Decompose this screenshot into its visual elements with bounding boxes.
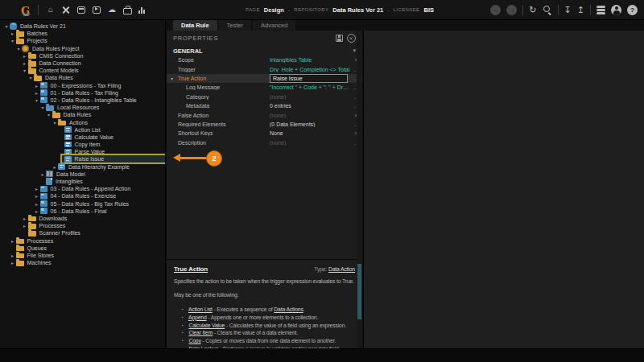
tree-item[interactable]: Scanner Profiles bbox=[0, 229, 165, 237]
expand-arrow-icon[interactable] bbox=[22, 53, 28, 59]
tree-item[interactable]: File Stores bbox=[0, 252, 165, 259]
property-value[interactable]: (none) bbox=[270, 94, 351, 100]
save-icon[interactable] bbox=[336, 35, 343, 42]
help-inline-link[interactable]: Data Actions bbox=[274, 306, 303, 312]
property-row[interactable]: ▾ False Action (none) bbox=[167, 110, 362, 119]
search-icon[interactable] bbox=[543, 5, 552, 14]
tree-item[interactable]: Data Model bbox=[0, 171, 165, 178]
expand-arrow-icon[interactable] bbox=[22, 216, 28, 221]
expand-arrow-icon[interactable] bbox=[10, 238, 16, 244]
expand-arrow-icon[interactable] bbox=[3, 23, 10, 29]
toolbox-icon[interactable] bbox=[123, 8, 132, 14]
scrollbar-thumb[interactable] bbox=[357, 264, 361, 319]
tree-item[interactable]: Action List bbox=[0, 126, 165, 134]
user-icon[interactable] bbox=[611, 5, 621, 15]
property-value[interactable]: (none) bbox=[270, 140, 351, 146]
expand-arrow-icon[interactable] bbox=[22, 223, 28, 228]
expand-arrow-icon[interactable] bbox=[27, 75, 34, 80]
tree-item[interactable]: 06 - Data Rules - Final bbox=[0, 208, 165, 215]
help-term-link[interactable]: Calculate Value bbox=[188, 323, 225, 328]
property-value[interactable]: Intangibles Table bbox=[270, 57, 351, 63]
expand-arrow-icon[interactable] bbox=[22, 68, 28, 73]
tree-item[interactable]: 04 - Data Rules - Exercise bbox=[0, 192, 165, 200]
property-row[interactable]: ▾ Scope Intangibles Table bbox=[167, 56, 362, 64]
back-icon[interactable]: ← bbox=[490, 5, 501, 15]
property-value[interactable]: Dry_Hole + Completion <> Total bbox=[270, 67, 351, 72]
tree-item[interactable]: Machines bbox=[0, 259, 165, 266]
property-value[interactable]: (0 Data Elements) bbox=[270, 121, 351, 127]
property-group-general[interactable]: GENERAL ▾ bbox=[167, 46, 362, 56]
tree-item[interactable]: Projects bbox=[0, 37, 165, 44]
tree-item[interactable]: CMIS Connection bbox=[0, 52, 165, 60]
tree-item[interactable]: Content Models bbox=[0, 67, 165, 74]
vertical-scrollbar[interactable] bbox=[357, 31, 361, 348]
tree-item[interactable]: Data Connection bbox=[0, 60, 165, 67]
expand-arrow-icon[interactable] bbox=[10, 31, 16, 36]
property-row[interactable]: ▾ Trigger Dry_Hole + Completion <> Total bbox=[167, 64, 362, 73]
property-value[interactable]: Raise Issue bbox=[270, 74, 351, 84]
review-icon[interactable] bbox=[93, 6, 101, 14]
help-term-link[interactable]: Append bbox=[188, 315, 207, 320]
export-icon[interactable]: ↥ bbox=[577, 5, 584, 15]
page-value[interactable]: Design bbox=[264, 6, 284, 14]
expand-arrow-icon[interactable] bbox=[34, 201, 40, 207]
help-icon[interactable]: ? bbox=[627, 5, 638, 15]
tree-item[interactable]: Downloads bbox=[0, 215, 165, 222]
tree-item[interactable]: Data Rules Project bbox=[0, 45, 165, 52]
help-term-link[interactable]: Copy bbox=[188, 338, 200, 343]
expand-arrow-icon[interactable] bbox=[22, 60, 28, 66]
expand-arrow-icon[interactable] bbox=[34, 186, 40, 191]
tree-item[interactable]: 01 - Data Rules - Tax Filing bbox=[0, 89, 165, 97]
tree-item[interactable]: Calculate Value bbox=[0, 134, 165, 141]
batches-icon[interactable] bbox=[77, 6, 85, 14]
expand-arrow-icon[interactable] bbox=[10, 253, 16, 258]
tree-item[interactable]: Data Hierarchy Example bbox=[0, 163, 165, 171]
tree-item[interactable]: 00 - Expressions - Tax Filing bbox=[0, 82, 165, 89]
property-value[interactable]: "Incorrect " + Code + ": " + Dry_Hole.To… bbox=[270, 84, 351, 90]
cloud-upload-icon[interactable]: ☁ bbox=[107, 5, 117, 15]
forward-icon[interactable]: → bbox=[506, 5, 517, 15]
stats-icon[interactable] bbox=[138, 6, 146, 14]
database-icon[interactable] bbox=[597, 6, 605, 14]
tree-item[interactable]: 03 - Data Rules - Append Action bbox=[0, 185, 165, 192]
type-link[interactable]: Data Action bbox=[328, 266, 355, 272]
expand-arrow-icon[interactable] bbox=[10, 260, 16, 265]
expand-arrow-icon[interactable] bbox=[46, 112, 52, 117]
expand-arrow-icon[interactable] bbox=[52, 164, 58, 170]
tree-item[interactable]: Data Rules bbox=[0, 111, 165, 118]
home-icon[interactable]: ⌂ bbox=[46, 5, 56, 15]
expand-arrow-icon[interactable] bbox=[39, 105, 46, 110]
help-term-link[interactable]: Data Lookup bbox=[188, 346, 218, 348]
close-icon[interactable]: × bbox=[347, 34, 356, 43]
property-value[interactable]: 0 entries bbox=[270, 103, 351, 109]
help-term-link[interactable]: Clear Item bbox=[188, 330, 213, 335]
tree-item[interactable]: Local Resources bbox=[0, 104, 165, 111]
refresh-icon[interactable]: ↻ bbox=[529, 5, 536, 15]
expand-arrow-icon[interactable] bbox=[34, 208, 40, 214]
expand-arrow-icon[interactable] bbox=[34, 90, 40, 96]
import-icon[interactable]: ↧ bbox=[564, 5, 572, 15]
property-row[interactable]: ▾ Shortcut Keys None bbox=[167, 129, 362, 138]
tree-item[interactable]: Processes bbox=[0, 222, 165, 229]
tree-item[interactable]: 02 - Data Rules - Intangibles Table bbox=[0, 97, 165, 104]
tree-item[interactable]: Queues bbox=[0, 245, 165, 252]
tree-item[interactable]: Intangibles bbox=[0, 178, 165, 185]
tree-item[interactable]: Data Rules Ver 21 bbox=[0, 23, 165, 30]
expand-arrow-icon[interactable] bbox=[34, 83, 40, 88]
app-logo[interactable]: G bbox=[21, 3, 32, 17]
expand-arrow-icon[interactable] bbox=[34, 193, 40, 199]
property-row[interactable]: ▾ Description (none) bbox=[167, 138, 362, 147]
property-row[interactable]: ▾ Required Elements (0 Data Elements) bbox=[167, 120, 362, 129]
tree-item[interactable]: Parse Value bbox=[0, 148, 165, 155]
expand-arrow-icon[interactable] bbox=[52, 120, 58, 125]
expand-arrow-icon[interactable] bbox=[10, 38, 16, 43]
property-value[interactable]: (none) bbox=[270, 113, 351, 118]
repository-value[interactable]: Data Rules Ver 21 bbox=[332, 6, 383, 14]
property-row[interactable]: ▾ True Action Raise Issue bbox=[167, 74, 362, 83]
property-row[interactable]: ▾ Log Message "Incorrect " + Code + ": "… bbox=[167, 83, 362, 92]
property-value[interactable]: None bbox=[270, 130, 351, 136]
tree-item[interactable]: Batches bbox=[0, 30, 165, 37]
tree-item[interactable]: Processes bbox=[0, 237, 165, 244]
property-row[interactable]: ▾ Category (none) bbox=[167, 93, 362, 101]
tree-item[interactable]: Copy Item bbox=[0, 141, 165, 148]
